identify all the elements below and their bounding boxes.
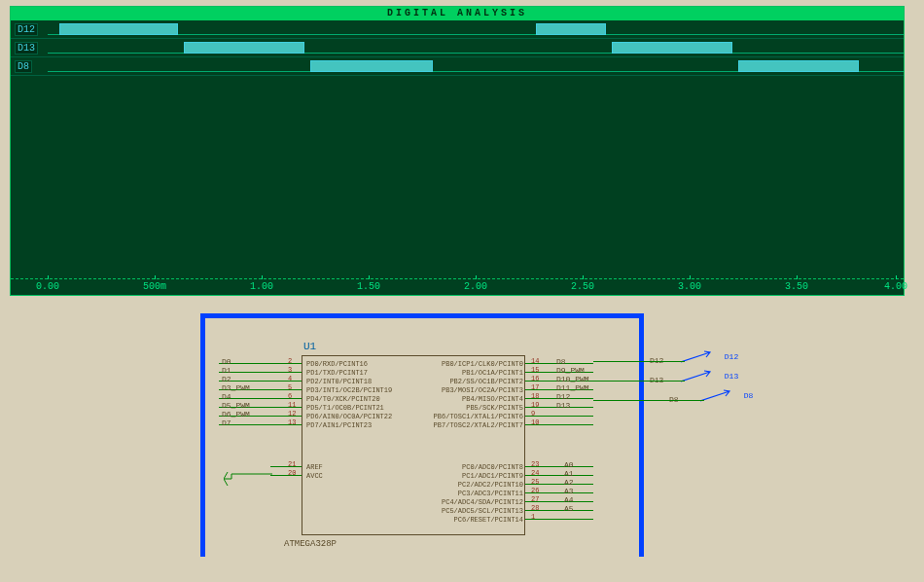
pin-function: PD5/T1/OC0B/PCINT21	[306, 404, 411, 413]
pulse	[738, 60, 859, 72]
pin-function: PB0/ICP1/CLK0/PCINT0	[416, 360, 523, 369]
pin-wire	[525, 519, 593, 520]
pin-number: 20	[288, 469, 296, 477]
schematic-area[interactable]: U1 ATMEGA328P D02PD0/RXD/PCINT16D13PD1/T…	[0, 302, 924, 582]
pin-function: PD1/TXD/PCINT17	[306, 369, 411, 378]
pin-function: PC4/ADC4/SDA/PCINT12	[416, 498, 523, 507]
net-label: D6_PWM	[222, 410, 250, 418]
pin-function: PC1/ADC1/PCINT9	[416, 472, 523, 481]
pin-wire	[270, 475, 302, 476]
probe-d12[interactable]: D12	[681, 350, 738, 364]
probe-wire	[593, 381, 685, 382]
pin-number: 21	[288, 460, 296, 468]
probe-wire	[593, 361, 685, 362]
probe-label: D13	[725, 372, 738, 381]
pin-function: PB7/TOSC2/XTAL2/PCINT7	[416, 421, 523, 430]
analysis-title: DIGITAL ANALYSIS	[11, 7, 904, 20]
trace-d12[interactable]: D12	[11, 20, 904, 39]
pin-function: PB3/MOSI/OC2A/PCINT3	[416, 386, 523, 395]
pin-number: 11	[288, 401, 296, 409]
pulse	[536, 23, 606, 35]
pin-function: PD7/AIN1/PCINT23	[306, 421, 411, 430]
pin-function: PB1/OC1A/PCINT1	[416, 369, 523, 378]
net-label: D10_PWM	[556, 375, 589, 383]
pin-function: PD3/INT1/OC2B/PCINT19	[306, 386, 411, 395]
tick: 2.50	[571, 281, 594, 292]
net-label: D5_PWM	[222, 401, 250, 410]
pin-wire	[525, 466, 593, 467]
pin-function: PD6/AIN0/OC0A/PCINT22	[306, 413, 411, 421]
probe-d13[interactable]: D13	[681, 370, 738, 383]
pulse	[184, 42, 304, 54]
net-label: D9_PWM	[556, 366, 585, 375]
pin-wire	[525, 501, 593, 502]
pin-function: AREF	[306, 463, 411, 472]
pin-wire	[525, 484, 593, 485]
pin-wire	[525, 424, 593, 425]
net-label: A2	[564, 478, 574, 487]
pin-function: PC5/ADC5/SCL/PCINT13	[416, 507, 523, 516]
time-axis: 0.00 500m 1.00 1.50 2.00 2.50 3.00 3.50 …	[11, 279, 904, 297]
pin-number: 6	[288, 392, 292, 400]
net-label: D4	[222, 392, 231, 401]
pin-function: PB4/MISO/PCINT4	[416, 395, 523, 404]
pulse	[612, 42, 732, 54]
probe-wire	[593, 400, 704, 401]
tick: 1.00	[250, 281, 273, 292]
pin-function: PC3/ADC3/PCINT11	[416, 490, 523, 498]
pin-number: 4	[288, 375, 292, 382]
pin-function: PB2/SS/OC1B/PCINT2	[416, 378, 523, 386]
pin-wire	[525, 416, 593, 417]
chip-reference: U1	[303, 341, 316, 352]
net-label: D8	[556, 357, 566, 366]
pin-number: 5	[288, 383, 292, 391]
ground-icon	[224, 472, 272, 491]
pin-function: PC0/ADC0/PCINT8	[416, 463, 523, 472]
bus-right	[639, 313, 644, 557]
net-label: D7	[222, 418, 231, 427]
pin-wire	[270, 466, 302, 467]
trace-baseline	[48, 53, 904, 54]
pin-number: 12	[288, 410, 296, 418]
pin-number: 13	[288, 418, 296, 426]
pin-wire	[525, 510, 593, 511]
pin-function: PD2/INT0/PCINT18	[306, 378, 411, 386]
pulse	[310, 60, 433, 72]
net-label: A3	[564, 487, 574, 495]
trace-label-d12: D12	[15, 23, 38, 36]
tick: 500m	[143, 281, 166, 292]
probe-label: D8	[744, 391, 754, 400]
trace-label-d13: D13	[15, 42, 38, 55]
pulse	[59, 23, 178, 35]
net-label: D3_PWM	[222, 383, 250, 392]
tick: 4.00	[884, 281, 907, 292]
probe-d8[interactable]: D8	[700, 389, 753, 403]
probe-label: D12	[725, 352, 738, 361]
tick: 3.00	[678, 281, 701, 292]
trace-label-d8: D8	[15, 60, 32, 73]
net-label: A4	[564, 495, 574, 504]
pin-number: 2	[288, 357, 292, 365]
net-label: D0	[222, 357, 231, 366]
pin-function: PD4/T0/XCK/PCINT20	[306, 395, 411, 404]
pin-wire	[525, 492, 593, 493]
net-label: D11_PWM	[556, 383, 589, 392]
pin-wire	[525, 475, 593, 476]
pin-function: PB5/SCK/PCINT5	[416, 404, 523, 413]
net-label: A0	[564, 460, 574, 469]
trace-d8[interactable]: D8	[11, 57, 904, 76]
chip-model: ATMEGA328P	[284, 539, 337, 549]
digital-analysis-panel[interactable]: DIGITAL ANALYSIS D12 D13 D8 0.00 500m 1.…	[10, 6, 905, 296]
analysis-body[interactable]: D12 D13 D8	[11, 20, 904, 279]
pin-function: PC2/ADC2/PCINT10	[416, 481, 523, 490]
trace-d13[interactable]: D13	[11, 39, 904, 57]
tick: 2.00	[464, 281, 487, 292]
pin-function: PD0/RXD/PCINT16	[306, 360, 411, 369]
net-label: D13	[556, 401, 570, 410]
net-label: D1	[222, 366, 231, 375]
tick: 1.50	[357, 281, 380, 292]
net-label: A1	[564, 469, 574, 478]
tick: 0.00	[36, 281, 59, 292]
net-label: D12	[556, 392, 570, 401]
bus-left	[200, 313, 205, 557]
